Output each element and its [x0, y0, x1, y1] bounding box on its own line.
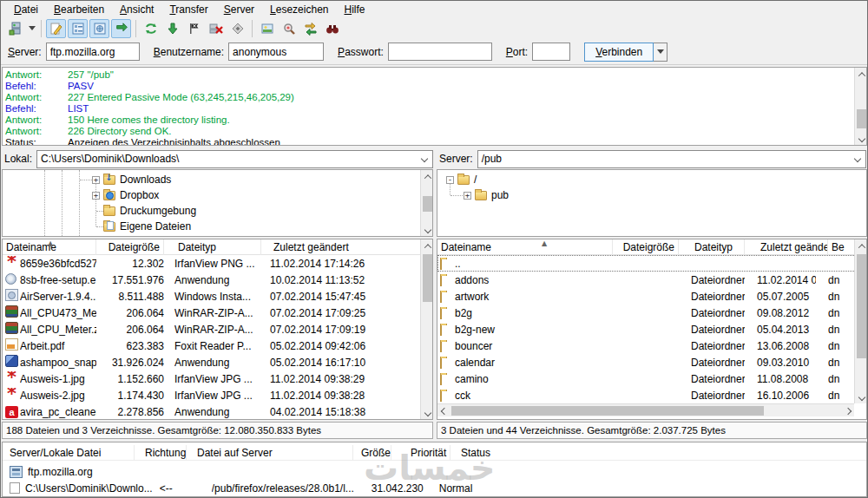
expand-icon[interactable]: +	[464, 192, 471, 200]
column-header-zuletzt-geaendert[interactable]: Zuletzt geändert	[270, 239, 390, 255]
queue-file-row[interactable]: C:\Users\Dominik\Downlo... <-- /pub/fire…	[3, 480, 866, 496]
column-header-status[interactable]: Status	[457, 445, 562, 461]
file-row[interactable]: 8sb-free-setup.e... 17.551.976 Anwendung…	[3, 272, 432, 288]
column-header-datei-auf-server[interactable]: Datei auf Server	[194, 445, 353, 461]
scroll-down-icon[interactable]	[855, 390, 867, 403]
file-row[interactable]: Ausweis-1.jpg 1.152.660 IrfanView JPG ..…	[3, 370, 432, 387]
toggle-message-log-button[interactable]	[46, 19, 66, 38]
file-row[interactable]: cck Dateiordner 16.10.2006 dn	[437, 387, 866, 403]
expand-icon[interactable]: +	[92, 176, 100, 184]
file-row[interactable]: Ausweis-2.jpg 1.174.430 IrfanView JPG ..…	[3, 387, 432, 403]
scroll-down-icon[interactable]	[421, 406, 433, 419]
file-row[interactable]: ashampoo_snap... 31.926.024 Anwendung 05…	[3, 354, 432, 370]
file-row[interactable]: 8659e36bfcd527... 12.302 IrfanView PNG .…	[3, 255, 432, 272]
scroll-up-icon[interactable]	[421, 170, 433, 183]
column-header-dateityp[interactable]: Dateityp	[174, 239, 261, 255]
queue-server-row[interactable]: ftp.mozilla.org	[3, 463, 866, 480]
column-header-zuletzt-geaendert[interactable]: Zuletzt geändert	[757, 239, 828, 255]
compare-button[interactable]	[279, 19, 299, 38]
tree-item-eigene-dateien[interactable]: Eigene Dateien	[103, 219, 191, 234]
file-row[interactable]: calendar Dateiordner 09.03.2010 dn	[437, 354, 866, 370]
scroll-up-icon[interactable]	[855, 239, 867, 252]
tree-item-partial[interactable]	[103, 234, 120, 237]
log-scrollbar[interactable]	[854, 68, 867, 145]
file-row[interactable]: All_CPU473_Met... 206.064 WinRAR-ZIP-A..…	[3, 305, 432, 321]
connect-button[interactable]: Verbinden	[584, 43, 654, 62]
column-header-server-lokale-datei[interactable]: Server/Lokale Datei	[3, 445, 135, 461]
scroll-up-icon[interactable]	[421, 239, 433, 252]
log-line-label: Befehl:	[3, 81, 68, 92]
scroll-down-icon[interactable]	[421, 223, 433, 236]
sync-browsing-button[interactable]	[300, 19, 320, 38]
file-row[interactable]: avira_pc_cleaner... 2.278.856 Anwendung …	[3, 403, 432, 420]
scroll-down-icon[interactable]	[855, 132, 867, 145]
local-list-scrollbar[interactable]	[420, 239, 433, 419]
file-row[interactable]: artwork Dateiordner 05.07.2005 dn	[437, 288, 866, 305]
connect-dropdown[interactable]	[654, 43, 667, 62]
password-input[interactable]	[388, 43, 492, 61]
log-line-label: Antwort:	[3, 92, 68, 103]
menu-datei[interactable]: Datei	[6, 3, 46, 16]
port-input[interactable]	[532, 43, 570, 61]
refresh-button[interactable]	[141, 19, 161, 38]
filter-button[interactable]	[257, 19, 277, 38]
reconnect-button[interactable]	[227, 19, 247, 38]
log-line-label: Antwort:	[3, 126, 68, 137]
column-header-berechtigungen[interactable]: Be	[828, 239, 849, 255]
find-files-button[interactable]	[322, 19, 342, 38]
collapse-icon[interactable]: -	[446, 176, 454, 184]
column-header-dateigroesse[interactable]: Dateigröße	[613, 239, 679, 255]
scroll-thumb[interactable]	[451, 406, 764, 416]
column-header-dateiname[interactable]: Dateiname	[437, 239, 613, 255]
scroll-right-icon[interactable]	[841, 404, 854, 417]
tree-item-downloads[interactable]: + Downloads	[92, 172, 171, 187]
tree-item-druckumgebung[interactable]: Druckumgebung	[103, 203, 196, 219]
toggle-local-tree-button[interactable]	[68, 19, 88, 38]
menu-lesezeichen[interactable]: Lesezeichen	[262, 3, 336, 16]
tree-item-dropbox[interactable]: + Dropbox	[92, 187, 159, 203]
scroll-thumb[interactable]	[857, 254, 866, 358]
pane-splitter[interactable]	[434, 149, 437, 439]
tree-item-pub[interactable]: + pub	[464, 187, 509, 203]
remote-list-scrollbar[interactable]	[854, 239, 867, 403]
disconnect-button[interactable]	[206, 19, 226, 38]
toggle-remote-tree-button[interactable]	[89, 19, 109, 38]
column-header-richtung[interactable]: Richtung	[141, 445, 187, 461]
file-row[interactable]: camino Dateiordner 11.08.2008 dn	[437, 370, 866, 387]
local-tree-scrollbar[interactable]	[420, 170, 433, 236]
column-header-groesse[interactable]: Größe	[353, 445, 391, 461]
menu-hilfe[interactable]: Hilfe	[336, 3, 372, 16]
file-row[interactable]: ..	[437, 255, 866, 272]
remote-path-combobox[interactable]: /pub	[477, 150, 866, 168]
process-queue-button[interactable]	[162, 19, 182, 38]
site-manager-dropdown[interactable]	[26, 19, 37, 38]
site-manager-button[interactable]	[5, 19, 25, 38]
tree-item-root[interactable]: - /	[446, 172, 477, 187]
file-row[interactable]: Arbeit.pdf 623.383 Foxit Reader P... 05.…	[3, 337, 432, 354]
file-row[interactable]: addons Dateiordner 11.02.2014 00:0... dn	[437, 272, 866, 288]
file-row[interactable]: AirServer-1.9.4.... 8.511.488 Windows In…	[3, 288, 432, 305]
menu-transfer[interactable]: Transfer	[161, 3, 215, 16]
scroll-up-icon[interactable]	[855, 68, 867, 81]
toggle-queue-button[interactable]	[111, 19, 131, 38]
scroll-thumb[interactable]	[423, 254, 432, 302]
column-header-prioritaet[interactable]: Priorität	[407, 445, 450, 461]
file-row[interactable]: b2g-new Dateiordner 05.04.2013 dn	[437, 321, 866, 337]
server-input[interactable]	[46, 43, 140, 61]
file-row[interactable]: bouncer Dateiordner 13.06.2008 dn	[437, 337, 866, 354]
cancel-button[interactable]	[184, 19, 204, 38]
menu-ansicht[interactable]: Ansicht	[112, 3, 161, 16]
remote-list-hscrollbar[interactable]	[437, 403, 854, 416]
file-row[interactable]: All_CPU_Meter.zip 206.064 WinRAR-ZIP-A..…	[3, 321, 432, 337]
menu-bearbeiten[interactable]: Bearbeiten	[46, 3, 112, 16]
scroll-thumb[interactable]	[857, 109, 866, 128]
scroll-thumb[interactable]	[423, 196, 432, 212]
menu-server[interactable]: Server	[216, 3, 262, 16]
local-path-combobox[interactable]: C:\Users\Dominik\Downloads\	[36, 150, 433, 168]
column-header-dateityp[interactable]: Dateityp	[691, 239, 745, 255]
column-header-dateigroesse[interactable]: Dateigröße	[96, 239, 164, 255]
file-row[interactable]: b2g Dateiordner 09.08.2012 dn	[437, 305, 866, 321]
expand-icon[interactable]: +	[92, 192, 100, 200]
scroll-left-icon[interactable]	[437, 404, 450, 417]
username-input[interactable]	[228, 43, 324, 61]
